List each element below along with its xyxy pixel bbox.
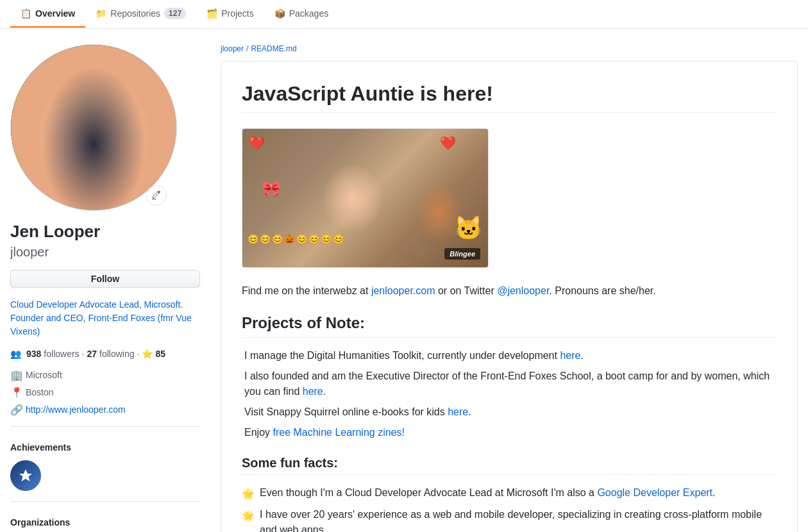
sidebar: Jen Looper jlooper Follow Cloud Develope… [10,44,200,532]
fun-fact-1: 🌟 Even though I'm a Cloud Developer Advo… [242,485,777,502]
location-meta: 📍 Boston [10,387,200,399]
projects-heading: Projects of Note: [242,314,777,338]
site-link[interactable]: jenlooper.com [371,285,435,296]
project-4: Enjoy free Machine Learning zines! [242,425,777,440]
following-count[interactable]: 27 [87,349,97,359]
user-fullname: Jen Looper [10,221,200,242]
location-name: Boston [26,387,54,397]
breadcrumb-file[interactable]: README.md [251,44,296,53]
overview-icon: 📋 [21,8,31,19]
avatar-container [10,44,177,211]
link-icon: 🔗 [10,404,21,416]
readme-intro: Find me on the interwebz at jenlooper.co… [242,283,777,299]
repositories-icon: 📁 [96,8,106,19]
projects-icon: 🗂️ [206,8,217,19]
bio-link-foxes[interactable]: Front-End Foxes [88,313,155,323]
fun-facts-heading: Some fun facts: [242,456,777,475]
readme-title: JavaScript Auntie is here! [242,82,777,113]
blingee-watermark: Blingee [444,248,480,260]
readme-container: JavaScript Auntie is here! ❤️ ❤️ 🎀 🐱 😊😊😊… [221,61,798,532]
user-bio: Cloud Developer Advocate Lead, Microsoft… [10,298,200,338]
tab-packages[interactable]: 📦 Packages [264,1,339,28]
achievement-badge [10,460,41,491]
heart-decoration-topleft: ❤️ [249,135,265,151]
user-login: jlooper [10,245,200,260]
followers-label: followers [44,349,79,359]
edit-avatar-button[interactable] [146,185,167,206]
project1-link[interactable]: here [560,350,580,361]
project-3: Visit Snappy Squirrel online e-books for… [242,404,777,420]
fun-fact-2-text: I have over 20 years' experience as a we… [260,507,777,532]
project4-link[interactable]: free Machine Learning zines! [273,427,404,438]
divider-2 [10,501,200,502]
page-layout: Jen Looper jlooper Follow Cloud Develope… [0,29,808,532]
tab-projects[interactable]: 🗂️ Projects [196,1,264,28]
bow-decoration: 🎀 [262,180,281,198]
achievements-title: Achievements [10,442,200,453]
fun-fact-2: 🌟 I have over 20 years' experience as a … [242,507,777,532]
website-meta: 🔗 http://www.jenlooper.com [10,404,200,416]
fun-fact-2-icon: 🌟 [242,508,255,524]
packages-icon: 📦 [274,8,285,19]
follow-button[interactable]: Follow [10,270,200,288]
company-name: Microsoft [26,370,62,380]
project2-link[interactable]: here [303,386,323,397]
repositories-badge: 127 [164,8,186,19]
project-1: I manage the Digital Humanities Toolkit,… [242,348,777,363]
fun-fact-1-icon: 🌟 [242,486,255,502]
profile-image: ❤️ ❤️ 🎀 🐱 😊😊😊🎃😊😊😊😊 Blingee [242,128,489,268]
readme-breadcrumb: jlooper / README.md [221,44,798,53]
top-navigation: 📋 Overview 📁 Repositories 127 🗂️ Project… [0,0,808,29]
breadcrumb-user[interactable]: jlooper [221,44,244,53]
following-label: following [99,349,134,359]
tab-repositories-label: Repositories [110,8,160,19]
tab-packages-label: Packages [289,8,328,19]
tab-projects-label: Projects [221,8,254,19]
website-link[interactable]: http://www.jenlooper.com [26,404,126,415]
organizations-title: Organizations [10,517,200,528]
tab-overview-label: Overview [35,8,75,19]
heart-decoration-topright: ❤️ [440,135,456,151]
tab-repositories[interactable]: 📁 Repositories 127 [85,0,196,28]
stars-icon: ⭐ [142,349,153,359]
location-icon: 📍 [10,387,21,399]
project3-link[interactable]: here [448,406,468,417]
company-meta: 🏢 Microsoft [10,369,200,381]
main-content: jlooper / README.md JavaScript Auntie is… [221,44,798,532]
stats-row: 👥 938 followers · 27 following · ⭐ 85 [10,349,200,359]
divider [10,426,200,427]
tab-overview[interactable]: 📋 Overview [10,1,85,28]
avatar-image [11,45,176,210]
stars-count[interactable]: 85 [155,349,165,359]
emoji-row: 😊😊😊🎃😊😊😊😊 [248,234,345,244]
cat-decoration: 🐱 [454,215,483,242]
twitter-link[interactable]: @jenlooper [497,285,549,296]
company-icon: 🏢 [10,369,21,381]
gde-link[interactable]: Google Developer Expert [597,487,712,498]
followers-icon: 👥 [10,349,21,359]
followers-count[interactable]: 938 [26,349,41,359]
project-2: I also founded and am the Executive Dire… [242,369,777,399]
